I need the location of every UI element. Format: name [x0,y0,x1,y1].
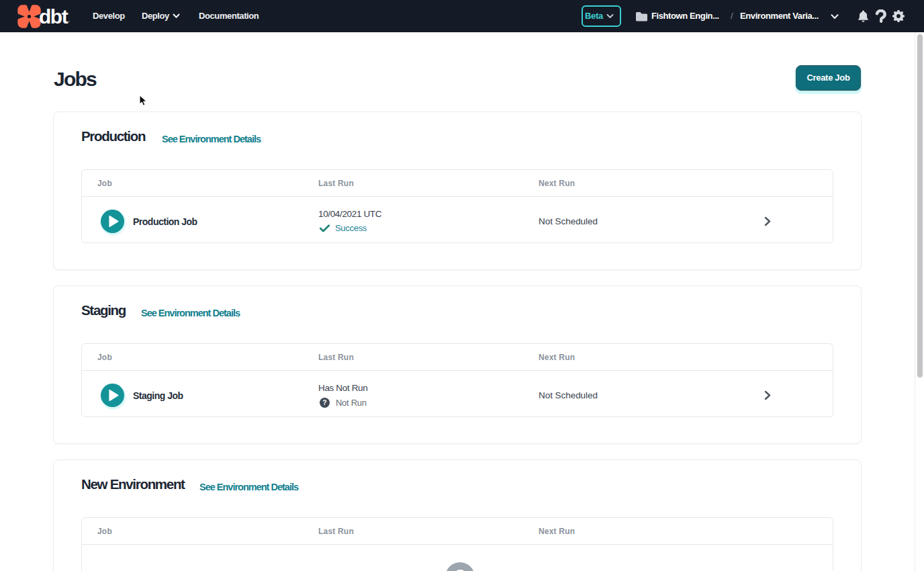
svg-text:?: ? [454,566,466,571]
svg-text:?: ? [322,399,326,406]
